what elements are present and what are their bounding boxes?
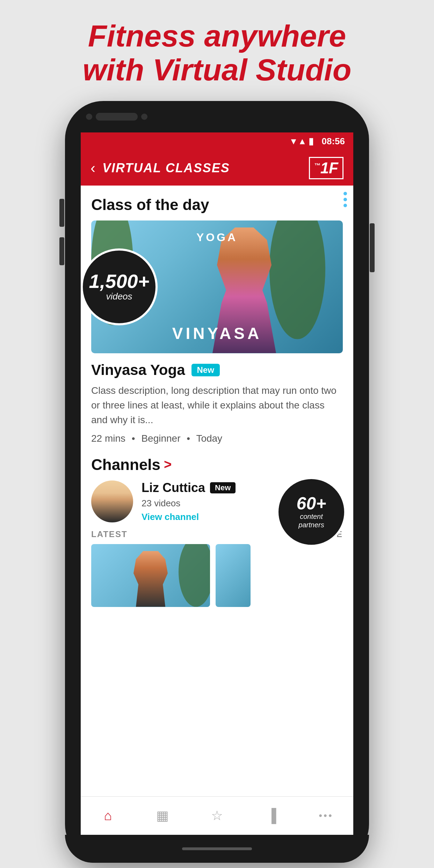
- phone-top-bar: [65, 101, 369, 132]
- latest-thumbnails: [91, 544, 343, 607]
- content-partners-badge: 60+ content partners: [276, 477, 346, 547]
- channels-section: Channels > Liz Cuttica New 23 videos Vie…: [81, 453, 353, 522]
- cotd-section: Class of the day 1,500+ videos YOGA: [81, 186, 353, 353]
- thumb-person-1: [126, 551, 175, 607]
- channel-row: Liz Cuttica New 23 videos View channel 6…: [91, 480, 343, 522]
- signal-icon: ▴: [300, 136, 304, 147]
- side-button-right-container: [370, 223, 375, 272]
- meta-dot-1: •: [132, 433, 135, 444]
- video-count-badge: 1,500+ videos: [81, 248, 158, 325]
- more-icon: •••: [319, 810, 333, 821]
- phone-bottom: [65, 835, 369, 863]
- calendar-icon: ▦: [156, 808, 169, 823]
- nav-chart[interactable]: ▐: [254, 808, 289, 823]
- nav-star[interactable]: ☆: [200, 808, 234, 823]
- home-bar: [182, 847, 252, 850]
- status-icons: ▾ ▴ ▮ 08:56: [291, 136, 345, 147]
- status-bar: ▾ ▴ ▮ 08:56: [81, 132, 353, 151]
- nav-more[interactable]: •••: [309, 810, 343, 821]
- battery-icon: ▮: [309, 136, 313, 147]
- sixty-label-line2: partners: [298, 521, 324, 529]
- camera-dot-1: [86, 114, 92, 120]
- meta-dot-2: •: [187, 433, 190, 444]
- volume-up-button[interactable]: [59, 199, 64, 227]
- nav-home[interactable]: ⌂: [91, 808, 125, 823]
- side-buttons-left: [59, 199, 64, 265]
- class-meta: 22 mins • Beginner • Today: [91, 433, 343, 444]
- channels-arrow-icon[interactable]: >: [164, 457, 172, 472]
- status-time: 08:56: [322, 136, 345, 147]
- channels-title: Channels: [91, 456, 160, 473]
- back-button[interactable]: ‹: [91, 160, 95, 176]
- speaker-bar: [96, 113, 138, 121]
- yoga-label: YOGA: [196, 231, 238, 244]
- app-header: ‹ VIRTUAL CLASSES ™1F: [81, 151, 353, 186]
- sixty-number: 60+: [297, 495, 326, 512]
- latest-label: LATEST: [91, 529, 128, 539]
- dot-3: [343, 204, 347, 207]
- headline-line2: with Virtual Studio: [82, 53, 351, 87]
- camera-dot-2: [141, 114, 147, 120]
- badge-label: videos: [106, 291, 132, 302]
- main-content: Class of the day 1,500+ videos YOGA: [81, 186, 353, 796]
- nav-calendar[interactable]: ▦: [145, 808, 180, 823]
- class-when: Today: [196, 433, 222, 444]
- view-channel-link[interactable]: View channel: [142, 512, 236, 522]
- channel-name-row: Liz Cuttica New: [142, 480, 236, 495]
- three-dots-menu[interactable]: [343, 192, 347, 207]
- wifi-icon: ▾: [291, 136, 296, 147]
- dot-1: [343, 192, 347, 195]
- class-duration: 22 mins: [91, 433, 125, 444]
- class-name-row: Vinyasa Yoga New: [91, 362, 343, 378]
- volume-down-button[interactable]: [59, 237, 64, 265]
- chart-icon: ▐: [267, 808, 276, 823]
- home-icon: ⌂: [104, 808, 112, 823]
- phone-shell: ▾ ▴ ▮ 08:56 ‹ VIRTUAL CLASSES ™1F Cl: [65, 101, 369, 863]
- latest-thumb-partial[interactable]: [216, 544, 251, 607]
- class-description: Class description, long description that…: [91, 383, 343, 427]
- class-info: Vinyasa Yoga New Class description, long…: [81, 353, 353, 444]
- vinyasa-label: VINYASA: [91, 324, 343, 343]
- channel-new-badge: New: [210, 482, 236, 493]
- channel-info: Liz Cuttica New 23 videos View channel: [142, 480, 236, 522]
- bottom-nav: ⌂ ▦ ☆ ▐ •••: [81, 796, 353, 835]
- app-title: VIRTUAL CLASSES: [102, 161, 309, 175]
- channel-avatar: [91, 480, 133, 522]
- page-header: Fitness anywhere with Virtual Studio: [82, 19, 351, 87]
- thumb-tree-1: [168, 544, 210, 607]
- camera-area: [86, 113, 147, 121]
- latest-thumb-1[interactable]: [91, 544, 210, 607]
- star-icon: ☆: [211, 808, 223, 823]
- dot-2: [343, 198, 347, 201]
- new-badge: New: [191, 364, 220, 376]
- sixty-label-line1: content: [300, 512, 323, 521]
- headline-line1: Fitness anywhere: [82, 19, 351, 53]
- badge-number: 1,500+: [89, 272, 150, 291]
- cotd-title: Class of the day: [91, 196, 343, 214]
- power-button[interactable]: [370, 223, 375, 272]
- app-logo: ™1F: [309, 157, 343, 179]
- channel-name: Liz Cuttica: [142, 480, 205, 495]
- avatar-person: [91, 480, 133, 522]
- app-screen: ‹ VIRTUAL CLASSES ™1F Class of the day: [81, 151, 353, 835]
- class-level: Beginner: [141, 433, 180, 444]
- channel-videos-count: 23 videos: [142, 498, 236, 509]
- class-name: Vinyasa Yoga: [91, 362, 185, 378]
- channels-header: Channels >: [91, 456, 343, 473]
